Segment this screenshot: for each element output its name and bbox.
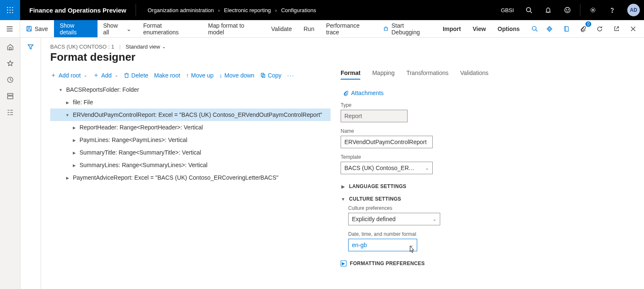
caret-closed-icon[interactable] — [65, 100, 69, 105]
diamond-icon[interactable] — [544, 23, 555, 35]
move-up-button[interactable]: ↑Move up — [186, 72, 214, 79]
close-icon[interactable] — [627, 23, 639, 35]
save-button[interactable]: Save — [20, 20, 54, 37]
bell-icon[interactable] — [541, 3, 555, 17]
make-root-label: Make root — [154, 72, 180, 79]
workspace-icon[interactable] — [7, 93, 14, 100]
attachments-link[interactable]: Attachments — [343, 90, 635, 96]
format-enumerations-button[interactable]: Format enumerations — [137, 20, 202, 37]
tree-row[interactable]: SummaryTitle: Range<SummaryTitle>: Verti… — [50, 146, 331, 159]
move-up-label: Move up — [191, 72, 214, 79]
language-settings-section[interactable]: ▶ LANGUAGE SETTINGS — [341, 183, 635, 189]
svg-line-34 — [616, 27, 618, 29]
svg-point-5 — [12, 10, 13, 11]
import-button[interactable]: Import — [437, 20, 467, 37]
run-button[interactable]: Run — [298, 20, 321, 37]
gear-icon[interactable] — [586, 3, 600, 17]
popout-icon[interactable] — [611, 23, 622, 35]
tab-validations[interactable]: Validations — [460, 70, 488, 80]
tree-row[interactable]: PaymLines: Range<PaymLines>: Vertical — [50, 134, 331, 146]
hamburger-icon[interactable] — [0, 20, 20, 37]
name-value: ERVendOutPaymControlReport — [344, 139, 427, 145]
svg-line-29 — [384, 30, 385, 31]
book-icon[interactable] — [560, 23, 572, 35]
map-format-label: Map format to model — [208, 22, 259, 36]
caret-open-icon[interactable] — [59, 88, 63, 92]
show-all-button[interactable]: Show all ⌄ — [97, 20, 138, 37]
tree-row[interactable]: BACSReportsFolder: Folder — [50, 83, 331, 96]
breadcrumb-er[interactable]: Electronic reporting — [224, 7, 271, 13]
svg-line-26 — [387, 27, 388, 28]
tree-row-selected[interactable]: ERVendOutPaymControlReport: Excel = "BAC… — [50, 108, 331, 121]
svg-point-4 — [10, 10, 11, 11]
culture-settings-section[interactable]: ▼ CULTURE SETTINGS — [341, 196, 635, 202]
tree-label: file: File — [73, 99, 93, 106]
validate-label: Validate — [271, 26, 292, 32]
tree-row[interactable]: PaymentAdviceReport: Excel = "BACS (UK) … — [50, 171, 331, 184]
cmd-search-button[interactable] — [526, 20, 544, 37]
template-dropdown[interactable]: BACS (UK) Contoso_ERVendO... ⌄ — [341, 162, 433, 174]
modules-icon[interactable] — [7, 109, 14, 116]
caret-closed-icon[interactable] — [72, 138, 76, 142]
view-selector[interactable]: Standard view ⌄ — [126, 44, 165, 50]
formatting-preferences-section[interactable]: ▶ FORMATTING PREFERENCES — [341, 261, 635, 266]
waffle-icon[interactable] — [0, 0, 20, 20]
add-button[interactable]: ＋Add⌄ — [93, 71, 118, 79]
filter-icon[interactable] — [27, 44, 34, 289]
name-input[interactable]: ERVendOutPaymControlReport — [341, 136, 433, 148]
validate-button[interactable]: Validate — [265, 20, 298, 37]
add-root-button[interactable]: ＋Add root⌄ — [50, 71, 87, 79]
culture-pref-dropdown[interactable]: Explicitly defined ⌄ — [348, 213, 440, 225]
breadcrumb-org-admin[interactable]: Organization administration — [148, 7, 214, 13]
chevron-down-icon: ⌄ — [115, 73, 118, 77]
breadcrumb-configurations[interactable]: Configurations — [281, 7, 316, 13]
refresh-icon[interactable] — [594, 23, 606, 35]
svg-point-1 — [10, 7, 11, 8]
attachments-icon[interactable]: 0 — [577, 23, 589, 35]
caret-closed-icon[interactable] — [72, 163, 76, 168]
tree-row[interactable]: ReportHeader: Range<ReportHeader>: Verti… — [50, 121, 331, 134]
smiley-icon[interactable] — [561, 3, 574, 17]
start-debugging-button[interactable]: Start Debugging — [378, 20, 437, 37]
search-icon[interactable] — [522, 3, 536, 17]
tree-row[interactable]: file: File — [50, 96, 331, 108]
tab-transformations[interactable]: Transformations — [406, 70, 449, 80]
tab-format[interactable]: Format — [341, 70, 360, 80]
type-value: Report — [344, 113, 362, 119]
make-root-button[interactable]: Make root — [154, 72, 180, 79]
more-button[interactable]: ··· — [287, 72, 295, 79]
add-root-label: Add root — [59, 72, 81, 79]
options-button[interactable]: Options — [492, 20, 526, 37]
avatar[interactable]: AD — [627, 4, 640, 16]
svg-rect-37 — [9, 48, 11, 50]
caret-closed-icon[interactable] — [72, 125, 76, 130]
svg-line-10 — [530, 11, 532, 13]
view-button[interactable]: View — [467, 20, 492, 37]
caret-closed-icon[interactable] — [65, 175, 69, 180]
svg-rect-20 — [27, 26, 31, 31]
performance-trace-button[interactable]: Performance trace — [320, 20, 378, 37]
tree: BACSReportsFolder: Folder file: File ERV… — [50, 83, 331, 184]
tree-label: ReportHeader: Range<ReportHeader>: Verti… — [80, 124, 203, 131]
show-details-button[interactable]: Show details — [54, 20, 97, 37]
star-icon[interactable] — [7, 60, 14, 67]
caret-open-icon[interactable] — [65, 113, 69, 117]
svg-rect-22 — [28, 29, 31, 31]
svg-point-7 — [10, 12, 11, 13]
tab-mapping[interactable]: Mapping — [372, 70, 395, 80]
svg-point-31 — [532, 26, 536, 30]
move-down-button[interactable]: ↓Move down — [219, 72, 254, 79]
dtn-dropdown[interactable]: en-gb ⌄ — [348, 239, 417, 251]
legal-entity[interactable]: GBSI — [501, 7, 514, 13]
copy-button[interactable]: Copy — [260, 72, 282, 79]
tree-row[interactable]: SummaryLines: Range<SummaryLines>: Verti… — [50, 159, 331, 171]
delete-button[interactable]: Delete — [124, 72, 148, 79]
dtn-value: en-gb — [352, 242, 367, 248]
caret-closed-icon[interactable] — [72, 150, 76, 155]
map-format-to-model-button[interactable]: Map format to model — [202, 20, 265, 37]
chevron-down-icon: ⌄ — [126, 26, 131, 32]
help-icon[interactable] — [606, 3, 619, 17]
clock-icon[interactable] — [7, 76, 14, 83]
home-icon[interactable] — [7, 44, 14, 51]
chevron-right-icon: › — [275, 7, 277, 13]
